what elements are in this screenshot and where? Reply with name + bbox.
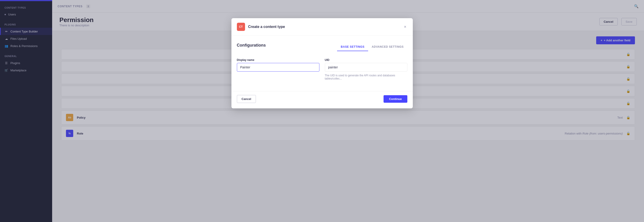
tab-advanced-settings[interactable]: ADVANCED SETTINGS <box>368 43 407 51</box>
modal-footer: Cancel Continue <box>232 91 413 108</box>
modal-close-button[interactable]: × <box>403 24 407 30</box>
modal-ct-badge: CT <box>237 23 245 31</box>
modal-header-title: Create a content type <box>248 25 403 29</box>
display-name-label: Display name <box>237 58 320 62</box>
display-name-input[interactable] <box>237 63 320 72</box>
uid-group: UID painter The UID is used to generate … <box>325 58 407 80</box>
uid-value: painter <box>325 63 407 72</box>
modal-tabs: BASE SETTINGS ADVANCED SETTINGS <box>337 43 407 51</box>
create-content-type-modal: CT Create a content type × Configuration… <box>232 18 413 108</box>
modal-body: Configurations BASE SETTINGS ADVANCED SE… <box>232 36 413 89</box>
continue-button[interactable]: Continue <box>384 95 407 103</box>
modal-header: CT Create a content type × <box>232 18 413 36</box>
modal-overlay: CT Create a content type × Configuration… <box>0 0 644 222</box>
uid-label: UID <box>325 58 407 62</box>
form-row-names: Display name UID painter The UID is used… <box>237 58 407 80</box>
tab-base-settings[interactable]: BASE SETTINGS <box>337 43 368 51</box>
uid-hint: The UID is used to generate the API rout… <box>325 74 407 80</box>
display-name-group: Display name <box>237 58 320 80</box>
modal-section-title: Configurations <box>237 43 266 48</box>
modal-cancel-button[interactable]: Cancel <box>237 95 256 103</box>
